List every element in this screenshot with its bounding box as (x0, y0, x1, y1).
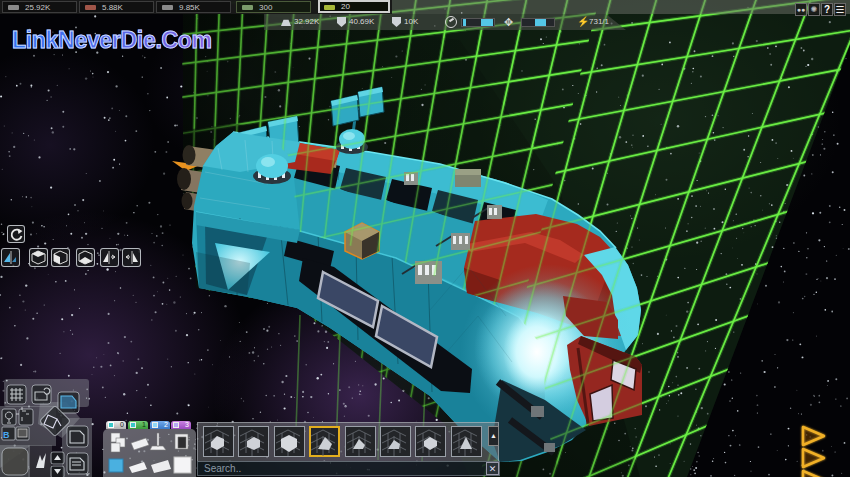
svg-text:B: B (3, 430, 10, 440)
